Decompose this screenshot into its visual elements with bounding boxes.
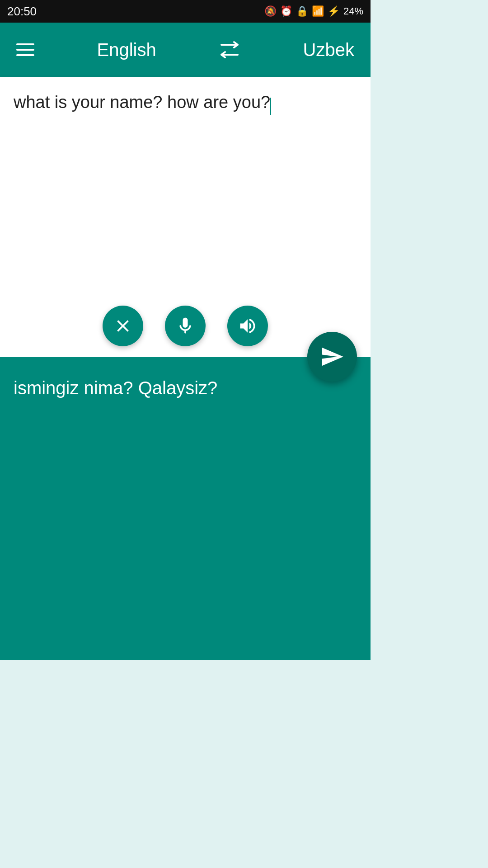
status-icons: 🔕 ⏰ 🔒 📶 ⚡ 24%: [264, 5, 363, 17]
battery-percent: 24%: [343, 5, 363, 17]
swap-languages-button[interactable]: [219, 40, 240, 59]
mic-icon: [175, 316, 195, 336]
target-language-button[interactable]: Uzbek: [303, 40, 354, 60]
alarm-icon: ⏰: [280, 5, 292, 17]
app-header: English Uzbek: [0, 23, 371, 77]
input-text-display[interactable]: what is your name? how are you?: [14, 90, 357, 115]
lock-icon: 🔒: [296, 5, 308, 17]
mute-icon: 🔕: [264, 5, 277, 17]
main-content: what is your name? how are you?: [0, 77, 371, 660]
translate-button[interactable]: [307, 332, 357, 382]
menu-button[interactable]: [16, 43, 34, 56]
text-cursor: [270, 98, 271, 115]
output-text-display: ismingiz nima? Qalaysiz?: [14, 375, 357, 401]
clear-button[interactable]: [103, 306, 143, 346]
speaker-icon: [238, 316, 258, 336]
status-time: 20:50: [7, 5, 37, 19]
swap-icon: [219, 40, 240, 59]
send-icon: [320, 344, 344, 369]
battery-icon: ⚡: [328, 5, 340, 17]
output-panel: ismingiz nima? Qalaysiz?: [0, 357, 371, 660]
source-language-button[interactable]: English: [97, 40, 156, 60]
status-bar: 20:50 🔕 ⏰ 🔒 📶 ⚡ 24%: [0, 0, 371, 23]
input-panel: what is your name? how are you?: [0, 77, 371, 357]
mic-button[interactable]: [165, 306, 206, 346]
speak-source-button[interactable]: [227, 306, 268, 346]
clear-icon: [113, 316, 133, 336]
signal-icon: 📶: [312, 5, 324, 17]
input-text-value: what is your name? how are you?: [14, 93, 270, 112]
